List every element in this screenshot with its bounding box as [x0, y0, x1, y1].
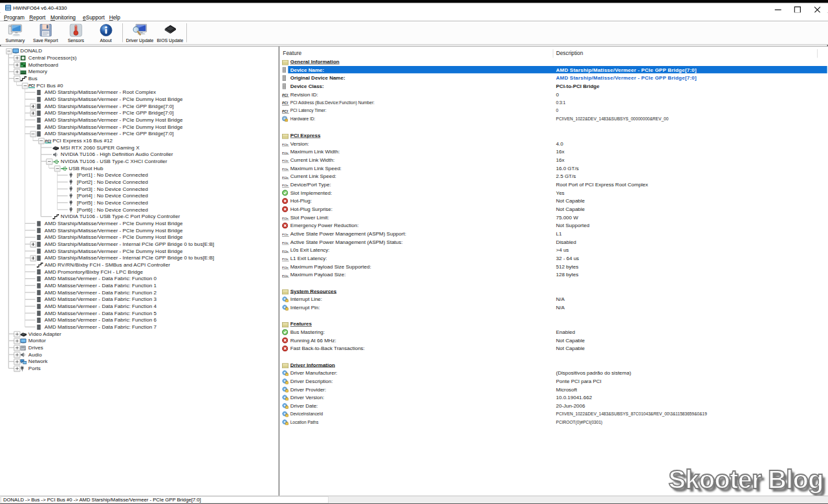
svg-text:PCIe: PCIe	[282, 257, 289, 261]
svg-text:PCIe: PCIe	[282, 233, 289, 236]
svg-text:PCIe: PCIe	[282, 217, 289, 220]
svg-text:PCI: PCI	[282, 102, 288, 105]
svg-text:PCIe: PCIe	[282, 159, 289, 162]
svg-text:PCI: PCI	[282, 93, 288, 97]
svg-text:PCIe: PCIe	[282, 176, 289, 179]
svg-text:PCIe: PCIe	[282, 168, 289, 171]
svg-text:PCIe: PCIe	[282, 151, 289, 155]
svg-text:PCI: PCI	[28, 83, 35, 87]
svg-text:PCI: PCI	[45, 138, 51, 142]
svg-text:PCIe: PCIe	[282, 250, 289, 253]
svg-text:PCIe: PCIe	[282, 266, 289, 269]
svg-text:PCIe: PCIe	[282, 143, 289, 146]
svg-text:PCIe: PCIe	[282, 241, 289, 245]
svg-text:PCI: PCI	[282, 109, 288, 113]
svg-text:PCIe: PCIe	[282, 184, 289, 187]
svg-text:PCIe: PCIe	[282, 274, 289, 278]
